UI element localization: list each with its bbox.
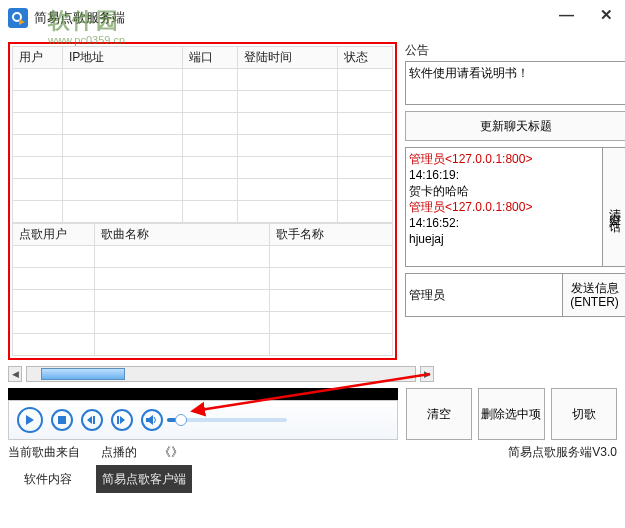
version-label: 简易点歌服务端V3.0	[508, 444, 617, 461]
remove-selected-button[interactable]: 删除选中项	[478, 388, 544, 440]
col-songname[interactable]: 歌曲名称	[95, 224, 270, 246]
app-icon	[8, 8, 28, 28]
table-row[interactable]	[13, 334, 393, 356]
col-requester[interactable]: 点歌用户	[13, 224, 95, 246]
svg-marker-2	[87, 416, 92, 424]
svg-rect-3	[93, 416, 95, 424]
svg-marker-6	[146, 415, 153, 425]
tab-client[interactable]: 简易点歌客户端	[96, 465, 192, 493]
right-panel: 公告 更新聊天标题 管理员<127.0.0.1:800>14:16:19:贺卡的…	[405, 42, 625, 360]
volume-icon[interactable]	[141, 409, 163, 431]
dj-value: 《》	[159, 445, 183, 459]
tab-content[interactable]: 软件内容	[0, 465, 96, 493]
prev-button[interactable]	[81, 409, 103, 431]
left-panel: 用户 IP地址 端口 登陆时间 状态 点歌用户 歌曲名称 歌手名称	[8, 42, 397, 360]
scroll-left-icon[interactable]: ◀	[8, 366, 22, 382]
minimize-button[interactable]: —	[553, 4, 580, 26]
table-row[interactable]	[13, 201, 393, 223]
table-row[interactable]	[13, 179, 393, 201]
clear-button[interactable]: 清空	[406, 388, 472, 440]
media-player	[8, 388, 398, 440]
table-row[interactable]	[13, 268, 393, 290]
table-row[interactable]	[13, 312, 393, 334]
table-row[interactable]	[13, 113, 393, 135]
stop-button[interactable]	[51, 409, 73, 431]
table-row[interactable]	[13, 91, 393, 113]
chat-log[interactable]: 管理员<127.0.0.1:800>14:16:19:贺卡的哈哈管理员<127.…	[405, 147, 603, 267]
svg-marker-4	[120, 416, 125, 424]
svg-rect-1	[58, 416, 66, 424]
chat-input[interactable]	[405, 273, 563, 317]
table-row[interactable]	[13, 246, 393, 268]
scroll-right-icon[interactable]: ▶	[420, 366, 434, 382]
notice-textarea[interactable]	[405, 61, 625, 105]
next-button[interactable]	[111, 409, 133, 431]
close-button[interactable]: ✕	[594, 4, 619, 26]
window-title: 简易点歌服务端	[34, 9, 125, 27]
scroll-track[interactable]	[26, 366, 416, 382]
queue-table[interactable]: 点歌用户 歌曲名称 歌手名称	[12, 223, 393, 356]
send-button[interactable]: 发送信息 (ENTER)	[563, 273, 625, 317]
clients-table[interactable]: 用户 IP地址 端口 登陆时间 状态	[12, 46, 393, 223]
player-visualization	[8, 388, 398, 400]
play-button[interactable]	[17, 407, 43, 433]
col-status[interactable]: 状态	[338, 47, 393, 69]
table-row[interactable]	[13, 290, 393, 312]
title-bar: 简易点歌服务端 — ✕	[0, 0, 625, 36]
dj-label: 点播的	[101, 445, 137, 459]
table-row[interactable]	[13, 135, 393, 157]
col-user[interactable]: 用户	[13, 47, 63, 69]
col-singer[interactable]: 歌手名称	[269, 224, 392, 246]
table-row[interactable]	[13, 157, 393, 179]
update-title-button[interactable]: 更新聊天标题	[405, 111, 625, 141]
table-row[interactable]	[13, 69, 393, 91]
horizontal-scrollbar[interactable]: ◀ ▶	[8, 366, 617, 382]
col-ip[interactable]: IP地址	[63, 47, 183, 69]
status-bar: 当前歌曲来自 点播的 《》 简易点歌服务端V3.0	[8, 444, 617, 461]
col-logintime[interactable]: 登陆时间	[238, 47, 338, 69]
bottom-tabs: 软件内容 简易点歌客户端	[0, 465, 625, 493]
clear-chat-button[interactable]: 清空对话	[603, 147, 625, 267]
now-playing-from: 当前歌曲来自	[8, 445, 80, 459]
svg-rect-5	[117, 416, 119, 424]
col-port[interactable]: 端口	[183, 47, 238, 69]
volume-slider[interactable]	[167, 418, 287, 422]
svg-marker-0	[26, 415, 34, 425]
scroll-thumb[interactable]	[41, 368, 125, 380]
next-song-button[interactable]: 切歌	[551, 388, 617, 440]
notice-label: 公告	[405, 42, 625, 59]
